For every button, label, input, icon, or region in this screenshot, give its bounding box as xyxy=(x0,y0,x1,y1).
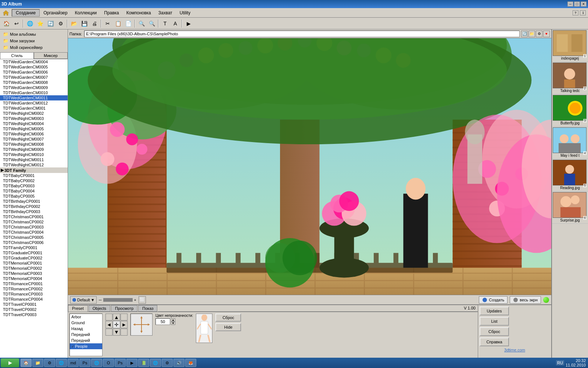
tree-item-13[interactable]: TDTWedNightCM0005 xyxy=(0,126,68,131)
taskbar-app-14[interactable]: 🔊 xyxy=(173,359,184,367)
close-button[interactable]: ✕ xyxy=(581,1,587,7)
layer-arbor[interactable]: Arbor xyxy=(70,314,102,320)
layer-ground[interactable]: Ground xyxy=(70,320,102,326)
tree-item-43[interactable]: TDTRomanceCP0001 xyxy=(0,281,68,286)
path-input[interactable] xyxy=(84,31,520,37)
toolbar-btn-13[interactable]: 🔍 xyxy=(137,19,146,28)
tree-item-6[interactable]: TDTWedGardenCM0010 xyxy=(0,90,68,95)
toolbar-btn-10[interactable]: ✂ xyxy=(103,19,112,28)
tree-item-20[interactable]: TDTWedNightCM0012 xyxy=(0,162,68,167)
create-button[interactable]: Создать xyxy=(479,296,508,304)
layer-back[interactable]: Назад xyxy=(70,326,102,332)
taskbar-app-2[interactable]: 📁 xyxy=(32,359,43,367)
tab-preview[interactable]: Просмотр xyxy=(111,305,137,312)
tree-item-48[interactable]: TDTTravelCP0002 xyxy=(0,307,68,312)
tree-item-0[interactable]: TDTWedGardenCM0004 xyxy=(0,59,68,64)
toolbar-btn-2[interactable]: ↩ xyxy=(12,19,21,28)
toolbar-btn-3[interactable]: 🌐 xyxy=(25,19,35,28)
tab-mixer[interactable]: Миксер xyxy=(34,52,68,59)
arrow-down[interactable]: ▼ xyxy=(113,329,120,336)
tree-item-24[interactable]: TDTBabyCP0003 xyxy=(0,183,68,188)
tree-item-25[interactable]: TDTBabyCP0004 xyxy=(0,188,68,194)
tree-item-18[interactable]: TDTWedNightCM0010 xyxy=(0,152,68,157)
taskbar-app-13[interactable]: ⚙ xyxy=(162,359,173,367)
toolbar-btn-4[interactable]: ⭐ xyxy=(35,19,45,28)
taskbar-app-7[interactable]: 🌐 xyxy=(91,359,102,367)
tree-item-15[interactable]: TDTWedNightCM0007 xyxy=(0,137,68,142)
start-button[interactable]: ▶ xyxy=(1,358,19,367)
tree-item-22[interactable]: TDTBabyCP0001 xyxy=(0,173,68,178)
tree-item-26[interactable]: TDTBabyCP0005 xyxy=(0,194,68,199)
tree-item-17[interactable]: TDTWedNightCM0009 xyxy=(0,147,68,152)
layer-front1[interactable]: Передний xyxy=(70,332,102,337)
home-icon[interactable] xyxy=(1,8,10,17)
tree-item-36[interactable]: TDTFamilyCP0001 xyxy=(0,245,68,250)
tree-item-23[interactable]: TDTBabyCP0002 xyxy=(0,178,68,183)
path-refresh-button[interactable]: 🔄 xyxy=(521,31,528,37)
tab-show[interactable]: Показ xyxy=(138,305,157,312)
tree-group-3dt-family[interactable]: ▶ 3DT Family xyxy=(0,167,68,173)
tree-item-1[interactable]: TDTWedGardenCM0005 xyxy=(0,64,68,70)
menu-layout[interactable]: Компоновка xyxy=(123,10,155,16)
preset-dropdown[interactable]: Default ▼ xyxy=(70,296,97,304)
tree-item-45[interactable]: TDTRomanceCP0003 xyxy=(0,291,68,297)
taskbar-app-5[interactable]: md xyxy=(68,359,79,367)
tab-objects[interactable]: Objects xyxy=(89,305,110,312)
maximize-button[interactable]: □ xyxy=(574,1,580,7)
opacity-down[interactable]: ▼ xyxy=(171,322,175,325)
toolbar-btn-8[interactable]: 💾 xyxy=(79,19,89,28)
tree-item-5[interactable]: TDTWedGardenCM0009 xyxy=(0,85,68,90)
menu-create[interactable]: Создание xyxy=(12,9,40,17)
tree-item-32[interactable]: TDTChristmasCP0003 xyxy=(0,224,68,230)
taskbar-app-1[interactable]: 🏠 xyxy=(21,359,32,367)
toolbar-btn-14[interactable]: 🔍 xyxy=(147,19,157,28)
updates-button[interactable]: Updates xyxy=(480,307,509,315)
tree-item-33[interactable]: TDTChristmasCP0004 xyxy=(0,230,68,235)
tree-item-7[interactable]: TDTWedGardenCM0011 xyxy=(0,95,68,100)
path-favorite-button[interactable]: ♥ xyxy=(543,31,550,37)
tree-item-28[interactable]: TDTBirthdayCP0002 xyxy=(0,204,68,209)
toolbar-btn-11[interactable]: 📋 xyxy=(113,19,123,28)
menu-collections[interactable]: Коллекции xyxy=(71,10,101,16)
zoom-plus-icon[interactable]: + xyxy=(134,298,136,302)
arrow-topright[interactable] xyxy=(121,314,128,321)
arrow-center[interactable]: ✛ xyxy=(113,321,120,328)
tree-item-38[interactable]: TDTGraduateCP0002 xyxy=(0,255,68,261)
tree-item-14[interactable]: TDTWedNightCM0006 xyxy=(0,131,68,137)
taskbar-app-12[interactable]: 🌐 xyxy=(150,359,161,367)
thumbnail-1[interactable]: 1 indexpagej xyxy=(552,29,588,62)
layer-front2[interactable]: Передний xyxy=(70,337,102,343)
taskbar-app-3[interactable]: ⚙ xyxy=(44,359,55,367)
fullscreen-all-button[interactable]: весь экрн xyxy=(510,296,541,304)
tree-item-41[interactable]: TDTMemorialCP0003 xyxy=(0,271,68,276)
tree-item-16[interactable]: TDTWedNightCM0008 xyxy=(0,142,68,147)
reset2-button[interactable]: Сброс xyxy=(480,327,509,336)
tree-item-9[interactable]: TDTWedGardenCM001 xyxy=(0,106,68,111)
tab-style[interactable]: Стиль xyxy=(0,52,34,59)
tree-item-30[interactable]: TDTChristmasCP0001 xyxy=(0,214,68,219)
tree-item-27[interactable]: TDTBirthdayCP0001 xyxy=(0,199,68,204)
list-button[interactable]: List xyxy=(480,317,509,326)
taskbar-app-9[interactable]: Ps xyxy=(115,359,126,367)
tree-item-44[interactable]: TDTRomanceCP0002 xyxy=(0,286,68,291)
tree-item-40[interactable]: TDTMemorialCP0002 xyxy=(0,266,68,271)
taskbar-app-8[interactable]: O xyxy=(103,359,114,367)
thumbnail-4[interactable]: 4 May i feed t xyxy=(552,127,588,159)
tree-item-37[interactable]: TDTGraduateCP0001 xyxy=(0,250,68,255)
folder-my-albums[interactable]: 📁 Мои альбомы xyxy=(1,31,66,38)
tree-item-42[interactable]: TDTMemorialCP0004 xyxy=(0,276,68,281)
taskbar-app-4[interactable]: 🌐 xyxy=(56,359,67,367)
taskbar-app-15[interactable]: 🦊 xyxy=(185,359,196,367)
taskbar-app-11[interactable]: 📗 xyxy=(138,359,149,367)
path-folder-button[interactable]: 📁 xyxy=(528,31,535,37)
reset-button[interactable]: Сброс xyxy=(215,314,241,322)
opacity-input[interactable] xyxy=(155,318,170,325)
arrow-bottomright[interactable] xyxy=(121,329,128,336)
toolbar-btn-12[interactable]: 📄 xyxy=(123,19,133,28)
website-link[interactable]: 3dtime.com xyxy=(480,348,550,352)
toolbar-btn-5[interactable]: 🔄 xyxy=(46,19,55,28)
thumbnail-2[interactable]: 2 Talking tedc xyxy=(552,62,588,94)
hide-button[interactable]: Hide xyxy=(215,323,241,331)
zoom-slider[interactable] xyxy=(103,298,133,302)
toolbar-btn-6[interactable]: ⚙ xyxy=(56,19,65,28)
